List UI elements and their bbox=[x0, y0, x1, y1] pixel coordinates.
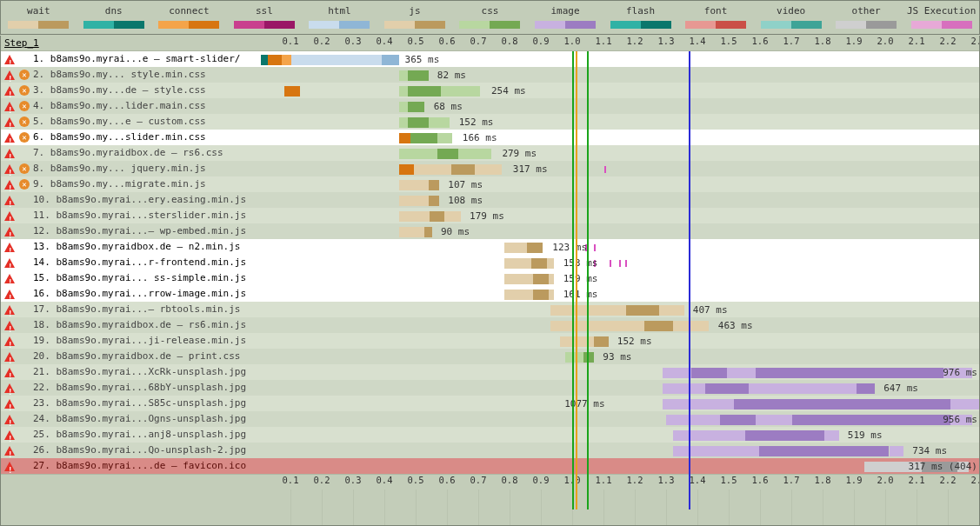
timing-segment bbox=[399, 211, 430, 222]
timing-segment bbox=[451, 164, 475, 175]
request-row[interactable]: ✕2. b8ams9o.my... style.min.css bbox=[1, 67, 259, 83]
timing-row[interactable]: 1077 ms bbox=[259, 396, 979, 411]
request-row[interactable]: 15. b8ams9o.myrai... ss-simple.min.js bbox=[1, 270, 259, 286]
timing-row[interactable]: 90 ms bbox=[259, 223, 979, 239]
request-row[interactable]: 13. b8ams9o.myraidbox.de – n2.min.js bbox=[1, 239, 259, 255]
request-list: Step_1 1. b8ams9o.myrai...e – smart-slid… bbox=[1, 36, 259, 525]
legend-label: dns bbox=[105, 5, 123, 17]
timing-row[interactable]: 317 ms (404) bbox=[259, 458, 979, 474]
request-row[interactable]: 1. b8ams9o.myrai...e – smart-slider/ bbox=[1, 51, 259, 67]
request-label: 26. b8ams9o.myrai...Qo-unsplash-2.jpg bbox=[33, 443, 259, 458]
legend-swatch bbox=[836, 21, 897, 29]
warning-icon bbox=[3, 178, 16, 190]
timing-row[interactable]: 317 ms bbox=[259, 161, 979, 176]
timing-segment bbox=[549, 290, 555, 300]
timing-row[interactable]: 93 ms bbox=[259, 349, 979, 364]
timing-row[interactable]: 152 ms bbox=[259, 114, 979, 130]
request-row[interactable]: 26. b8ams9o.myrai...Qo-unsplash-2.jpg bbox=[1, 443, 259, 458]
timing-row[interactable]: 161 ms bbox=[259, 286, 979, 302]
request-row[interactable]: 19. b8ams9o.myrai...ji-release.min.js bbox=[1, 333, 259, 349]
js-exec-tick bbox=[619, 260, 621, 267]
timeline[interactable]: 0.10.20.30.40.50.60.70.80.91.01.11.21.31… bbox=[259, 36, 979, 525]
duration-label: 647 ms bbox=[882, 381, 918, 396]
timing-segment bbox=[282, 55, 291, 65]
request-row[interactable]: 21. b8ams9o.myrai...XcRk-unsplash.jpg bbox=[1, 364, 259, 380]
request-row[interactable]: ✕3. b8ams9o.my...de – style.css bbox=[1, 83, 259, 98]
request-row[interactable]: 16. b8ams9o.myrai...rrow-image.min.js bbox=[1, 286, 259, 302]
request-row[interactable]: 27. b8ams9o.myrai....de – favicon.ico bbox=[1, 458, 259, 474]
timing-row[interactable]: 647 ms bbox=[259, 380, 979, 396]
request-row[interactable]: 20. b8ams9o.myraidbox.de – print.css bbox=[1, 349, 259, 364]
timing-row[interactable]: 463 ms bbox=[259, 317, 979, 333]
timing-row[interactable]: 279 ms bbox=[259, 145, 979, 161]
timing-segment bbox=[626, 305, 658, 316]
timing-row[interactable]: 123 ms bbox=[259, 239, 979, 255]
timing-row[interactable]: 179 ms bbox=[259, 208, 979, 223]
axis-tick: 1.3 bbox=[658, 36, 675, 46]
legend-item-connect[interactable]: connect bbox=[151, 1, 227, 34]
legend-item-flash[interactable]: flash bbox=[603, 1, 678, 34]
request-label: 24. b8ams9o.myrai...Ogns-unsplash.jpg bbox=[33, 411, 259, 427]
timing-segment bbox=[437, 149, 459, 159]
timing-row[interactable]: 68 ms bbox=[259, 98, 979, 114]
legend-item-wait[interactable]: wait bbox=[1, 1, 77, 34]
legend-item-html[interactable]: html bbox=[302, 1, 377, 34]
request-row[interactable]: ✕5. b8ams9o.my...e – custom.css bbox=[1, 114, 259, 130]
timing-segment bbox=[583, 352, 594, 363]
request-label: 25. b8ams9o.myrai...anj8-unsplash.jpg bbox=[33, 427, 259, 443]
request-row[interactable]: 23. b8ams9o.myrai...S85c-unsplash.jpg bbox=[1, 396, 259, 411]
request-row[interactable]: 18. b8ams9o.myraidbox.de – rs6.min.js bbox=[1, 317, 259, 333]
request-label: 8. b8ams9o.my... jquery.min.js bbox=[33, 161, 259, 176]
blank-area bbox=[259, 489, 979, 521]
request-row[interactable]: 22. b8ams9o.myrai...68bY-unsplash.jpg bbox=[1, 380, 259, 396]
step-header[interactable]: Step_1 bbox=[1, 36, 259, 51]
legend-item-video[interactable]: video bbox=[753, 1, 829, 34]
timing-row[interactable]: 166 ms bbox=[259, 130, 979, 145]
timing-row[interactable]: 254 ms bbox=[259, 83, 979, 98]
timing-row[interactable]: 407 ms bbox=[259, 302, 979, 317]
request-row[interactable]: 11. b8ams9o.myrai...sterslider.min.js bbox=[1, 208, 259, 223]
timing-row[interactable]: 519 ms bbox=[259, 427, 979, 443]
timing-segment bbox=[444, 211, 461, 222]
request-row[interactable]: 25. b8ams9o.myrai...anj8-unsplash.jpg bbox=[1, 427, 259, 443]
legend-item-font[interactable]: font bbox=[678, 1, 754, 34]
legend-item-js[interactable]: js bbox=[377, 1, 453, 34]
request-row[interactable]: ✕8. b8ams9o.my... jquery.min.js bbox=[1, 161, 259, 176]
timing-row[interactable]: 159 ms bbox=[259, 270, 979, 286]
timing-row[interactable]: 152 ms bbox=[259, 333, 979, 349]
legend-item-image[interactable]: image bbox=[528, 1, 603, 34]
axis-tick: 0.6 bbox=[439, 475, 456, 485]
legend-item-ssl[interactable]: ssl bbox=[227, 1, 303, 34]
axis-tick: 2.3 bbox=[971, 475, 979, 485]
timing-segment bbox=[759, 446, 889, 456]
request-row[interactable]: 12. b8ams9o.myrai...– wp-embed.min.js bbox=[1, 223, 259, 239]
axis-tick: 1.8 bbox=[815, 475, 831, 485]
timing-segment bbox=[261, 55, 268, 65]
step-label[interactable]: Step_1 bbox=[1, 37, 39, 49]
request-row[interactable]: ✕9. b8ams9o.my...migrate.min.js bbox=[1, 176, 259, 192]
timing-row[interactable]: 734 ms bbox=[259, 443, 979, 458]
timing-segment bbox=[399, 70, 408, 81]
timing-row[interactable]: 976 ms bbox=[259, 364, 979, 380]
timing-segment bbox=[399, 117, 408, 128]
request-row[interactable]: ✕6. b8ams9o.my...slider.min.css bbox=[1, 130, 259, 145]
legend-item-dns[interactable]: dns bbox=[77, 1, 152, 34]
legend-item-other[interactable]: other bbox=[829, 1, 904, 34]
timing-row[interactable]: 956 ms bbox=[259, 411, 979, 427]
request-row[interactable]: 10. b8ams9o.myrai...ery.easing.min.js bbox=[1, 192, 259, 208]
request-row[interactable]: 7. b8ams9o.myraidbox.de – rs6.css bbox=[1, 145, 259, 161]
timing-row[interactable]: 153 ms bbox=[259, 255, 979, 270]
legend-item-js-execution[interactable]: JS Execution bbox=[903, 1, 979, 34]
timing-row[interactable]: 82 ms bbox=[259, 67, 979, 83]
timing-row[interactable]: 107 ms bbox=[259, 176, 979, 192]
legend-label: ssl bbox=[256, 5, 273, 17]
timing-row[interactable]: 365 ms bbox=[259, 51, 979, 67]
request-row[interactable]: 17. b8ams9o.myrai...– rbtools.min.js bbox=[1, 302, 259, 317]
request-row[interactable]: 24. b8ams9o.myrai...Ogns-unsplash.jpg bbox=[1, 411, 259, 427]
duration-label: 90 ms bbox=[439, 224, 470, 240]
request-row[interactable]: ✕4. b8ams9o.my...lider.main.css bbox=[1, 98, 259, 114]
legend-item-css[interactable]: css bbox=[452, 1, 528, 34]
timing-row[interactable]: 108 ms bbox=[259, 192, 979, 208]
request-row[interactable]: 14. b8ams9o.myrai...r-frontend.min.js bbox=[1, 255, 259, 270]
legend-label: js bbox=[409, 5, 420, 17]
